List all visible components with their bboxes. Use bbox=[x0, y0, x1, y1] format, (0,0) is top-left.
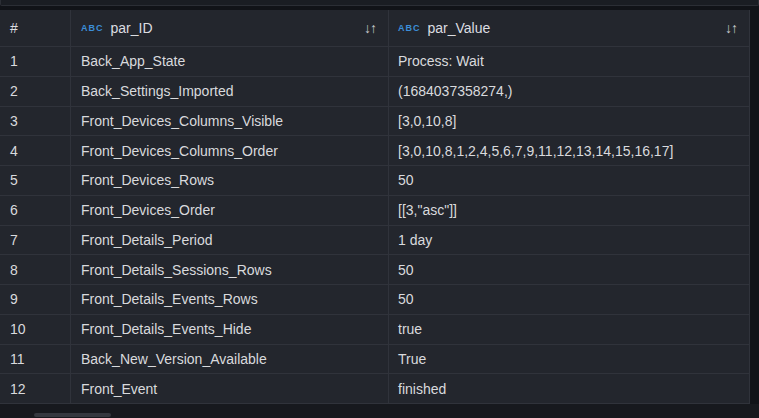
table-row: 2 Back_Settings_Imported (1684037358274,… bbox=[0, 77, 750, 107]
index-column-label: # bbox=[10, 20, 18, 36]
row-index-cell: 9 bbox=[0, 285, 71, 315]
par-id-cell: Back_App_State bbox=[71, 47, 389, 77]
table-row: 11 Back_New_Version_Available True bbox=[0, 345, 750, 375]
par-value-cell: Process: Wait bbox=[389, 47, 750, 77]
par-id-cell: Front_Details_Events_Hide bbox=[71, 315, 389, 345]
table-row: 9 Front_Details_Events_Rows 50 bbox=[0, 285, 750, 315]
par-value-cell: (1684037358274,) bbox=[389, 77, 750, 107]
par-id-cell: Back_Settings_Imported bbox=[71, 77, 389, 107]
table-row: 6 Front_Devices_Order [[3,"asc"]] bbox=[0, 196, 750, 226]
table-row: 5 Front_Devices_Rows 50 bbox=[0, 166, 750, 196]
table-row: 12 Front_Event finished bbox=[0, 374, 750, 404]
string-type-icon: ABC bbox=[398, 23, 421, 33]
row-index-cell: 5 bbox=[0, 166, 71, 196]
par-id-cell: Front_Event bbox=[71, 374, 389, 404]
dashboard-screen: # ABC par_ID ↓↑ ABC par_Value ↓↑ 1 Back_… bbox=[0, 0, 759, 418]
par-value-cell: finished bbox=[389, 374, 750, 404]
par-id-cell: Back_New_Version_Available bbox=[71, 345, 389, 375]
column-header-par-value[interactable]: ABC par_Value ↓↑ bbox=[389, 10, 750, 47]
panel-above-divider bbox=[0, 0, 759, 6]
row-index-cell: 1 bbox=[0, 47, 71, 77]
par-id-cell: Front_Details_Period bbox=[71, 226, 389, 256]
sort-arrows-icon[interactable]: ↓↑ bbox=[725, 20, 737, 36]
sort-arrows-icon[interactable]: ↓↑ bbox=[364, 20, 376, 36]
row-index-cell: 2 bbox=[0, 77, 71, 107]
table-row: 10 Front_Details_Events_Hide true bbox=[0, 315, 750, 345]
table-row: 1 Back_App_State Process: Wait bbox=[0, 47, 750, 77]
row-index-cell: 11 bbox=[0, 345, 71, 375]
params-table: # ABC par_ID ↓↑ ABC par_Value ↓↑ 1 Back_… bbox=[0, 10, 750, 404]
par-value-cell: 1 day bbox=[389, 226, 750, 256]
table-row: 7 Front_Details_Period 1 day bbox=[0, 226, 750, 256]
row-index-cell: 4 bbox=[0, 136, 71, 166]
column-header-par-id[interactable]: ABC par_ID ↓↑ bbox=[71, 10, 389, 47]
par-value-cell: true bbox=[389, 315, 750, 345]
par-id-cell: Front_Details_Sessions_Rows bbox=[71, 255, 389, 285]
par-id-column-label: par_ID bbox=[111, 20, 153, 36]
row-index-cell: 7 bbox=[0, 226, 71, 256]
par-id-cell: Front_Devices_Columns_Order bbox=[71, 136, 389, 166]
par-value-cell: 50 bbox=[389, 166, 750, 196]
table-row: 4 Front_Devices_Columns_Order [3,0,10,8,… bbox=[0, 136, 750, 166]
par-value-cell: [[3,"asc"]] bbox=[389, 196, 750, 226]
par-value-cell: True bbox=[389, 345, 750, 375]
row-index-cell: 6 bbox=[0, 196, 71, 226]
horizontal-scrollbar bbox=[0, 404, 759, 418]
row-index-cell: 10 bbox=[0, 315, 71, 345]
par-value-cell: 50 bbox=[389, 255, 750, 285]
table-row: 8 Front_Details_Sessions_Rows 50 bbox=[0, 255, 750, 285]
row-index-cell: 8 bbox=[0, 255, 71, 285]
par-id-cell: Front_Devices_Columns_Visible bbox=[71, 107, 389, 137]
string-type-icon: ABC bbox=[81, 23, 104, 33]
column-header-index[interactable]: # bbox=[0, 10, 71, 47]
par-id-cell: Front_Devices_Order bbox=[71, 196, 389, 226]
table-header-row: # ABC par_ID ↓↑ ABC par_Value ↓↑ bbox=[0, 10, 750, 47]
par-value-column-label: par_Value bbox=[428, 20, 491, 36]
par-id-cell: Front_Devices_Rows bbox=[71, 166, 389, 196]
scrollbar-thumb[interactable] bbox=[34, 413, 111, 417]
row-index-cell: 12 bbox=[0, 374, 71, 404]
par-value-cell: [3,0,10,8] bbox=[389, 107, 750, 137]
table-row: 3 Front_Devices_Columns_Visible [3,0,10,… bbox=[0, 107, 750, 137]
par-value-cell: [3,0,10,8,1,2,4,5,6,7,9,11,12,13,14,15,1… bbox=[389, 136, 750, 166]
par-value-cell: 50 bbox=[389, 285, 750, 315]
par-id-cell: Front_Details_Events_Rows bbox=[71, 285, 389, 315]
row-index-cell: 3 bbox=[0, 107, 71, 137]
